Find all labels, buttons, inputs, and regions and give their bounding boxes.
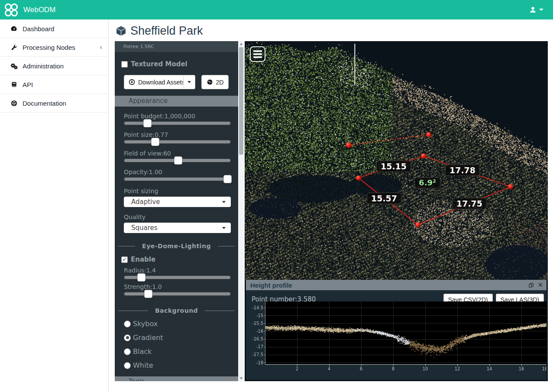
edl-strength-slider: Strength:1.0 <box>115 283 238 296</box>
slider-label: Opacity: <box>124 168 149 175</box>
edge-length-label: 15.57 <box>367 193 401 204</box>
user-icon <box>529 6 537 13</box>
cube-icon <box>116 26 126 36</box>
sidebar-label: Administration <box>23 62 64 70</box>
point-budget-handle[interactable] <box>143 119 152 127</box>
point-budget-slider: Point budget:1,000,000 <box>115 113 238 125</box>
slider-label: Strength: <box>124 283 152 290</box>
edl-radius-track[interactable] <box>124 275 231 279</box>
dashboard-icon <box>9 25 19 32</box>
edge-length-label: 17.75 <box>452 198 487 210</box>
project-name: Sheffield Park <box>130 24 203 38</box>
textured-model-checkbox[interactable] <box>121 61 128 68</box>
book-icon <box>9 81 19 88</box>
popout-icon[interactable] <box>529 283 534 288</box>
panel-scrollbar[interactable] <box>239 41 244 381</box>
potree-version: Potree 1.5RC <box>115 41 238 52</box>
sidebar-item-administration[interactable]: Administration <box>0 57 108 75</box>
fov-track[interactable] <box>124 159 231 162</box>
slider-value: 60 <box>163 150 171 157</box>
background-option-skybox[interactable]: Skybox <box>124 320 238 328</box>
sidebar-label: Processing Nodes <box>23 44 75 51</box>
user-menu[interactable] <box>529 0 543 19</box>
mode-2d-button[interactable]: 2D <box>201 75 229 89</box>
edl-radius-handle[interactable] <box>137 273 146 282</box>
radio-button[interactable] <box>124 321 131 327</box>
page-title: Sheffield Park <box>116 24 203 38</box>
slider-value: 1.00 <box>149 168 162 175</box>
close-icon[interactable]: ✕ <box>537 281 543 289</box>
sidebar-item-dashboard[interactable]: Dashboard <box>0 19 108 38</box>
slider-label: Field of view: <box>124 150 163 157</box>
slider-label: Point size: <box>124 131 155 138</box>
sidebar-item-processing-nodes[interactable]: Processing Nodes ‹ <box>0 38 108 57</box>
height-profile-titlebar[interactable]: Height profile ✕ <box>246 280 547 290</box>
download-assets-button[interactable]: Download Assets <box>124 75 189 89</box>
radio-button[interactable] <box>124 362 131 369</box>
edl-radius-slider: Radius:1.4 <box>115 267 238 279</box>
chevron-down-icon <box>222 201 226 203</box>
edl-strength-handle[interactable] <box>144 290 152 298</box>
background-option-white[interactable]: White <box>124 361 238 369</box>
background-options: SkyboxGradientBlackWhite <box>115 320 238 369</box>
scroll-up-icon[interactable] <box>240 43 243 45</box>
globe-icon <box>207 79 213 85</box>
radio-button[interactable] <box>124 348 131 355</box>
brand-title[interactable]: WebODM <box>23 6 55 14</box>
hamburger-icon <box>253 50 262 52</box>
textured-model-row[interactable]: Textured Model <box>121 60 238 68</box>
appearance-header: Appearance <box>115 96 238 107</box>
slider-value: 1.0 <box>152 283 162 290</box>
fov-handle[interactable] <box>174 156 182 165</box>
sidebar-item-api[interactable]: API <box>0 75 108 94</box>
scroll-down-icon[interactable] <box>240 377 243 379</box>
sidebar-label: API <box>23 81 33 88</box>
background-section-header: Background <box>115 307 238 314</box>
radio-button[interactable] <box>124 334 131 341</box>
download-options-caret[interactable] <box>183 75 195 89</box>
edl-strength-track[interactable] <box>124 292 231 296</box>
edl-enable-label: Enable <box>131 256 155 263</box>
slider-value: 0.77 <box>155 131 168 138</box>
slider-value: 1,000,000 <box>165 113 195 120</box>
wrench-icon <box>9 44 19 51</box>
point-cloud-viewport[interactable]: 15.15 17.78 15.57 17.75 6.9² Height prof… <box>245 41 548 381</box>
edl-enable-checkbox[interactable]: ✓ <box>121 256 128 263</box>
slider-label: Point budget: <box>124 113 165 120</box>
mode-2d-label: 2D <box>216 79 223 86</box>
edge-length-label: 15.15 <box>376 161 411 172</box>
point-size-track[interactable] <box>124 140 231 144</box>
sidebar-item-documentation[interactable]: Documentation <box>0 94 108 113</box>
quality-label: Quality <box>124 214 238 220</box>
background-option-gradient[interactable]: Gradient <box>124 334 238 342</box>
background-option-black[interactable]: Black <box>124 347 238 356</box>
edl-enable-row[interactable]: ✓ Enable <box>121 256 238 263</box>
height-profile-chart[interactable] <box>246 299 547 380</box>
viewer-menu-button[interactable] <box>250 46 265 62</box>
opacity-handle[interactable] <box>223 175 232 183</box>
height-profile-panel: Height profile ✕ Point number:3,580 Save… <box>246 280 547 380</box>
point-size-handle[interactable] <box>151 138 159 146</box>
fov-slider: Field of view:60 <box>115 150 238 162</box>
point-sizing-label: Point sizing <box>124 188 238 194</box>
lifering-icon <box>9 100 19 107</box>
point-budget-track[interactable] <box>124 121 231 125</box>
area-label: 6.9² <box>414 177 440 188</box>
gears-icon <box>9 63 19 69</box>
radio-label: Skybox <box>133 320 158 328</box>
scrollbar-thumb[interactable] <box>239 47 243 155</box>
sidebar-label: Documentation <box>23 100 66 107</box>
point-size-slider: Point size:0.77 <box>115 131 238 144</box>
main-sidebar: Dashboard Processing Nodes ‹ Administrat… <box>0 19 109 392</box>
point-sizing-value: Adaptive <box>131 198 160 206</box>
quality-dropdown[interactable]: Squares <box>124 223 231 233</box>
edge-length-label: 17.78 <box>445 165 480 176</box>
collapse-chevron-icon[interactable]: ‹ <box>100 43 102 51</box>
opacity-track[interactable] <box>124 177 231 181</box>
radio-label: Gradient <box>133 334 163 342</box>
download-icon <box>129 79 135 85</box>
sidebar-label: Dashboard <box>23 25 54 32</box>
edl-section-header: Eye-Dome-Lighting <box>115 243 238 249</box>
webodm-logo <box>3 2 19 18</box>
point-sizing-dropdown[interactable]: Adaptive <box>124 197 231 207</box>
